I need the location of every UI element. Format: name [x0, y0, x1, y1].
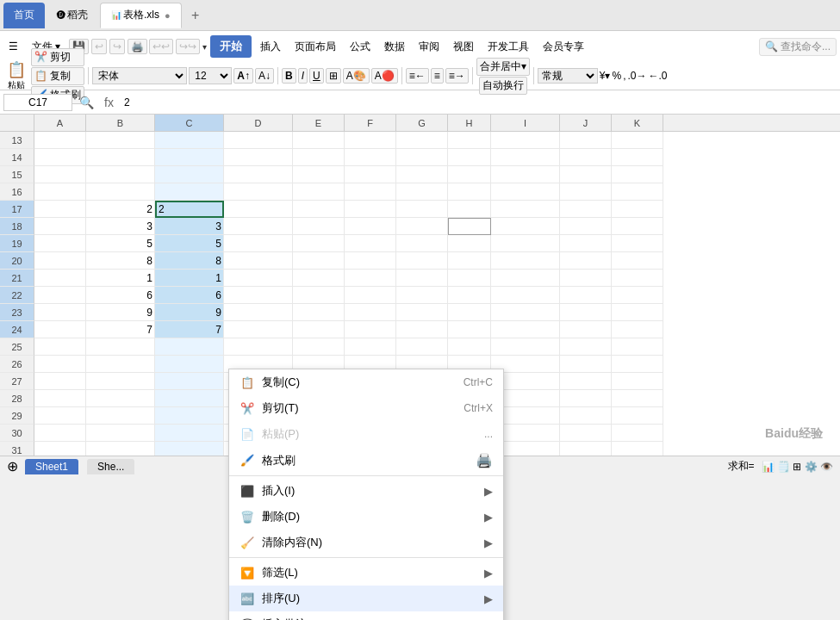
cell-a19[interactable] — [34, 235, 86, 252]
percent-btn[interactable]: % — [612, 70, 621, 82]
cell-a15[interactable] — [34, 166, 86, 183]
cell-g16[interactable] — [396, 183, 448, 201]
cell-a13[interactable] — [34, 132, 86, 149]
search-commands[interactable]: 🔍 查找命令... — [759, 38, 837, 56]
cell-j14[interactable] — [560, 149, 612, 166]
cell-a18[interactable] — [34, 218, 86, 235]
cell-b16[interactable] — [86, 183, 155, 201]
bold-btn[interactable]: B — [282, 68, 296, 84]
border-btn[interactable]: ⊞ — [326, 68, 341, 84]
cell-f18[interactable] — [345, 218, 396, 235]
cell-e21[interactable] — [293, 270, 345, 287]
cell-i19[interactable] — [491, 235, 560, 252]
cell-b15[interactable] — [86, 166, 155, 183]
menu-formula[interactable]: 公式 — [345, 38, 376, 56]
cell-h21[interactable] — [448, 270, 491, 287]
ctx-comment[interactable]: 💬 插入批注(M) — [229, 611, 503, 620]
cell-b17[interactable]: 2 — [86, 201, 155, 218]
merge-btn[interactable]: 合并居中▾ — [476, 58, 530, 76]
ctx-cut[interactable]: ✂️ 剪切(T) Ctrl+X — [229, 395, 503, 421]
menu-view[interactable]: 视图 — [448, 38, 479, 56]
font-size-select[interactable]: 12 — [189, 67, 232, 84]
cell-i16[interactable] — [491, 183, 560, 201]
cell-e13[interactable] — [293, 132, 345, 149]
align-right-btn[interactable]: ≡→ — [445, 68, 469, 84]
cell-g24[interactable] — [396, 321, 448, 338]
cell-j19[interactable] — [560, 235, 612, 252]
cell-a22[interactable] — [34, 287, 86, 304]
cell-k22[interactable] — [612, 287, 663, 304]
view-table-icon[interactable]: ⊞ — [793, 461, 801, 473]
cell-e15[interactable] — [293, 166, 345, 183]
redo-btn[interactable]: ↪ — [109, 39, 125, 54]
cell-c17[interactable]: 2 — [155, 201, 224, 218]
cell-c13[interactable] — [155, 132, 224, 149]
copy-btn[interactable]: 📋 复制 — [31, 67, 84, 85]
cell-f14[interactable] — [345, 149, 396, 166]
cell-f22[interactable] — [345, 287, 396, 304]
font-family-select[interactable]: 宋体 — [92, 67, 187, 84]
cell-d23[interactable] — [224, 304, 293, 321]
cell-k24[interactable] — [612, 321, 663, 338]
thousands-btn[interactable]: , — [623, 70, 625, 82]
tab-spreadsheet[interactable]: 📊 表格.xls ● — [100, 3, 182, 28]
cell-h23[interactable] — [448, 304, 491, 321]
cell-g14[interactable] — [396, 149, 448, 166]
number-format-select[interactable]: 常规 — [538, 68, 598, 84]
menu-page-layout[interactable]: 页面布局 — [289, 38, 341, 56]
ctx-filter[interactable]: 🔽 筛选(L) ▶ — [229, 560, 503, 586]
underline-btn[interactable]: U — [309, 68, 324, 84]
cell-h20[interactable] — [448, 252, 491, 270]
cell-h16[interactable] — [448, 183, 491, 201]
cell-e16[interactable] — [293, 183, 345, 201]
cell-i15[interactable] — [491, 166, 560, 183]
cell-k18[interactable] — [612, 218, 663, 235]
cell-k23[interactable] — [612, 304, 663, 321]
cell-i23[interactable] — [491, 304, 560, 321]
cell-k15[interactable] — [612, 166, 663, 183]
cell-e22[interactable] — [293, 287, 345, 304]
currency-btn[interactable]: ¥▾ — [600, 70, 611, 82]
menu-review[interactable]: 审阅 — [414, 38, 445, 56]
cell-e24[interactable] — [293, 321, 345, 338]
cell-c22[interactable]: 6 — [155, 287, 224, 304]
cell-b18[interactable]: 3 — [86, 218, 155, 235]
cell-k19[interactable] — [612, 235, 663, 252]
cell-d17[interactable] — [224, 201, 293, 218]
cell-i20[interactable] — [491, 252, 560, 270]
cell-e19[interactable] — [293, 235, 345, 252]
decimal-decrease-btn[interactable]: ←.0 — [649, 70, 668, 82]
cell-a24[interactable] — [34, 321, 86, 338]
cell-j15[interactable] — [560, 166, 612, 183]
cell-k20[interactable] — [612, 252, 663, 270]
cell-f24[interactable] — [345, 321, 396, 338]
menu-developer[interactable]: 开发工具 — [482, 38, 534, 56]
cell-e14[interactable] — [293, 149, 345, 166]
cell-f21[interactable] — [345, 270, 396, 287]
cell-d18[interactable] — [224, 218, 293, 235]
cell-a21[interactable] — [34, 270, 86, 287]
ctx-insert[interactable]: ⬛ 插入(I) ▶ — [229, 478, 503, 504]
col-header-b[interactable]: B — [86, 115, 155, 131]
cell-i21[interactable] — [491, 270, 560, 287]
col-header-j[interactable]: J — [560, 115, 612, 131]
cell-h15[interactable] — [448, 166, 491, 183]
cell-j20[interactable] — [560, 252, 612, 270]
cell-k21[interactable] — [612, 270, 663, 287]
cell-k17[interactable] — [612, 201, 663, 218]
sheet1-tab[interactable]: Sheet1 — [25, 459, 78, 474]
cell-k14[interactable] — [612, 149, 663, 166]
cell-i14[interactable] — [491, 149, 560, 166]
cell-g20[interactable] — [396, 252, 448, 270]
view-page-icon[interactable]: 🗒️ — [777, 461, 790, 473]
auto-wrap-btn[interactable]: 自动换行 — [479, 77, 527, 95]
cell-c15[interactable] — [155, 166, 224, 183]
align-left-btn[interactable]: ≡← — [406, 68, 429, 84]
col-header-c[interactable]: C — [155, 115, 224, 131]
cell-f20[interactable] — [345, 252, 396, 270]
ctx-delete[interactable]: 🗑️ 删除(D) ▶ — [229, 504, 503, 530]
cell-d13[interactable] — [224, 132, 293, 149]
undo-btn[interactable]: ↩ — [91, 39, 107, 54]
cell-h17[interactable] — [448, 201, 491, 218]
cell-e18[interactable] — [293, 218, 345, 235]
